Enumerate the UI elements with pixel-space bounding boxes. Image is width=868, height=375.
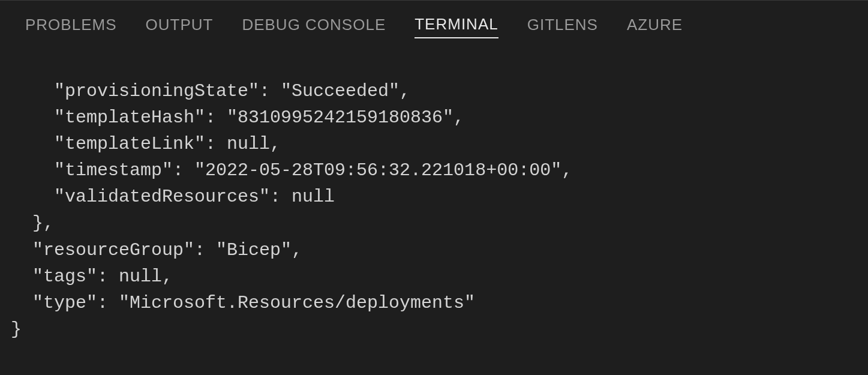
tab-terminal[interactable]: TERMINAL <box>415 15 498 38</box>
tab-debug-console[interactable]: DEBUG CONSOLE <box>242 16 386 38</box>
tab-output[interactable]: OUTPUT <box>146 16 214 38</box>
panel-tabs: PROBLEMS OUTPUT DEBUG CONSOLE TERMINAL G… <box>0 1 868 49</box>
tab-problems[interactable]: PROBLEMS <box>25 16 117 38</box>
tab-gitlens[interactable]: GITLENS <box>527 16 598 38</box>
tab-azure[interactable]: AZURE <box>627 16 683 38</box>
terminal-output[interactable]: "provisioningState": "Succeeded", "templ… <box>0 49 868 343</box>
